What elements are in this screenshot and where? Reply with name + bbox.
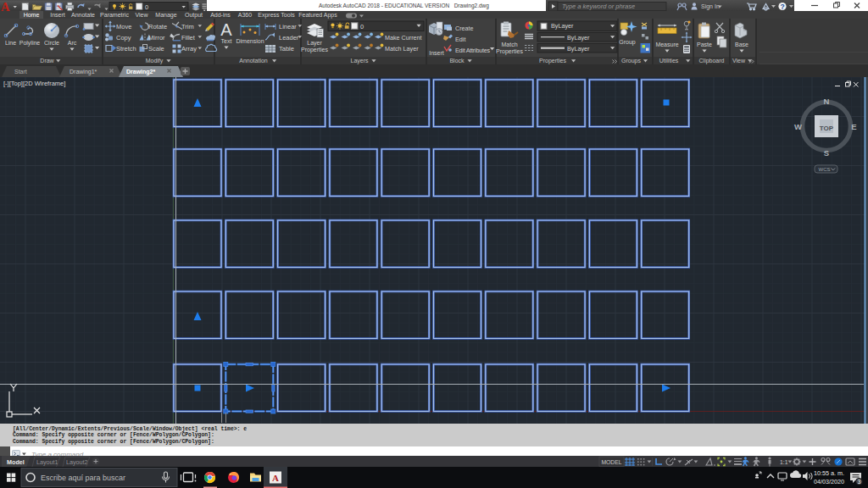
svg-text:Trim: Trim	[181, 23, 194, 30]
svg-text:Insert: Insert	[429, 50, 444, 56]
svg-text:MODEL: MODEL	[601, 459, 621, 465]
svg-text:ByLayer: ByLayer	[567, 34, 590, 42]
svg-text:Array: Array	[181, 45, 197, 53]
svg-text:Linear: Linear	[279, 23, 297, 30]
svg-text:N: N	[824, 97, 830, 106]
svg-text:Drawing1*: Drawing1*	[70, 69, 97, 75]
svg-text:3: 3	[858, 479, 861, 485]
svg-text:1:1: 1:1	[780, 459, 788, 465]
svg-text:Start: Start	[14, 69, 27, 75]
svg-text:Circle: Circle	[44, 40, 59, 46]
svg-text:Edit Attributes: Edit Attributes	[455, 47, 490, 54]
svg-text:A: A	[220, 20, 232, 39]
svg-text:Dimension: Dimension	[236, 38, 264, 44]
svg-text:WCS: WCS	[819, 167, 831, 172]
svg-text:Match Layer: Match Layer	[385, 45, 419, 53]
svg-text:Modify: Modify	[146, 58, 164, 64]
svg-text:[-][Top][2D Wireframe]: [-][Top][2D Wireframe]	[3, 80, 65, 87]
svg-text:Polyline: Polyline	[19, 40, 41, 47]
svg-text:Edit: Edit	[455, 36, 465, 43]
svg-text:Sign In: Sign In	[701, 3, 720, 10]
svg-text:Rotate: Rotate	[148, 23, 167, 30]
svg-text:Stretch: Stretch	[116, 45, 136, 53]
svg-text:04/03/2020: 04/03/2020	[814, 478, 844, 485]
svg-text:Scale: Scale	[148, 45, 164, 53]
svg-text:0: 0	[145, 3, 148, 11]
svg-text:Make Current: Make Current	[385, 34, 422, 42]
svg-text:Mirror: Mirror	[148, 34, 165, 42]
svg-text:Utilities: Utilities	[659, 58, 679, 64]
svg-text:Copy: Copy	[116, 34, 131, 42]
svg-text:Block: Block	[449, 58, 465, 64]
svg-text:Match: Match	[501, 42, 517, 47]
svg-text:Drawing2*: Drawing2*	[126, 69, 156, 75]
svg-text:Measure: Measure	[655, 42, 678, 47]
svg-text:Group: Group	[619, 39, 636, 46]
svg-text:Groups: Groups	[621, 58, 641, 64]
svg-text:Arc: Arc	[68, 40, 77, 46]
svg-text:Properties: Properties	[539, 58, 566, 64]
svg-text:Model: Model	[7, 458, 25, 466]
svg-text:Clipboard: Clipboard	[699, 58, 725, 64]
svg-text:Properties: Properties	[301, 47, 328, 53]
svg-text:S: S	[824, 148, 829, 158]
svg-text:Layers: Layers	[350, 58, 369, 64]
svg-text:Annotation: Annotation	[239, 58, 268, 64]
svg-text:Create: Create	[455, 25, 474, 32]
svg-text:Properties: Properties	[496, 48, 523, 55]
svg-text:W: W	[794, 122, 802, 131]
svg-text:Layout2: Layout2	[66, 458, 88, 466]
svg-text:Text: Text	[221, 38, 232, 44]
svg-text:Move: Move	[116, 23, 131, 30]
svg-text:TOP: TOP	[820, 125, 834, 132]
svg-text:ByLayer: ByLayer	[551, 22, 574, 30]
svg-text:0: 0	[360, 23, 364, 30]
svg-text:Base: Base	[735, 42, 748, 47]
svg-text:Line: Line	[5, 40, 16, 46]
svg-text:Leader: Leader	[279, 34, 299, 42]
svg-text:Draw: Draw	[40, 58, 54, 64]
svg-text:ByLayer: ByLayer	[567, 45, 590, 53]
svg-text:A: A	[272, 473, 279, 483]
svg-text:Fillet: Fillet	[181, 34, 196, 42]
svg-text:E: E	[851, 122, 856, 131]
svg-text:View: View	[732, 58, 746, 64]
svg-text:Layout1: Layout1	[36, 458, 58, 466]
svg-text:Table: Table	[279, 45, 294, 53]
svg-text:?: ?	[780, 3, 784, 11]
svg-text:Escribe aquí para buscar: Escribe aquí para buscar	[41, 474, 125, 482]
svg-text:Paste: Paste	[697, 42, 712, 47]
svg-text:10:55 a. m.: 10:55 a. m.	[814, 469, 844, 477]
svg-text:Type a keyword or phrase: Type a keyword or phrase	[562, 3, 635, 10]
